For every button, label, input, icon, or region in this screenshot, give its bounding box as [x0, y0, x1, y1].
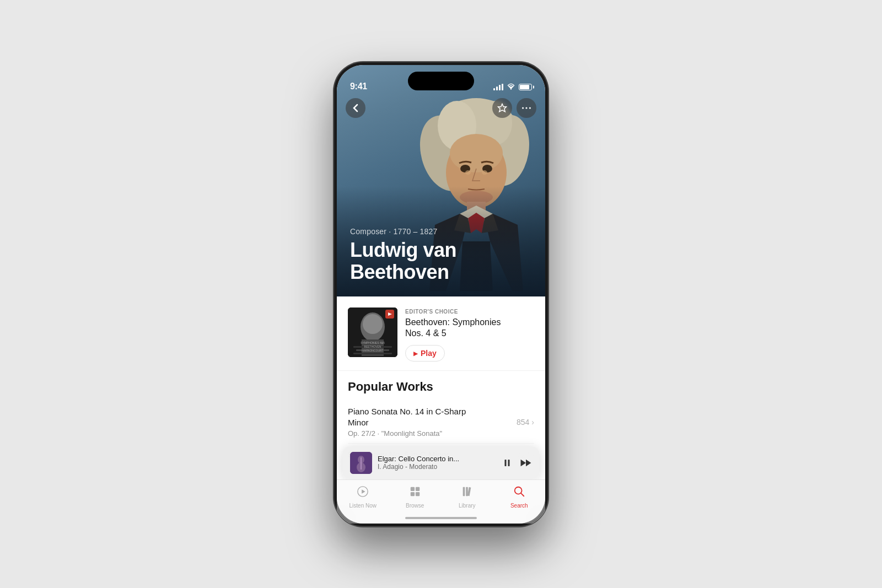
mini-player-title: Elgar: Cello Concerto in...: [378, 455, 497, 463]
mini-player-info: Elgar: Cello Concerto in... I. Adagio - …: [378, 455, 497, 471]
svg-rect-42: [463, 487, 465, 496]
battery-icon: [519, 84, 532, 90]
svg-rect-40: [411, 492, 415, 495]
more-button[interactable]: [517, 98, 536, 118]
signal-icon: [493, 84, 503, 90]
listen-now-label: Listen Now: [349, 503, 377, 509]
search-icon: [513, 485, 525, 501]
editors-choice-label: EDITOR'S CHOICE: [405, 309, 534, 315]
svg-point-0: [510, 88, 512, 89]
chevron-icon-1: ›: [531, 418, 534, 427]
composer-subtitle: Composer · 1770 – 1827: [350, 227, 532, 236]
pause-button[interactable]: [502, 458, 512, 468]
svg-rect-33: [508, 460, 510, 466]
svg-rect-38: [411, 487, 415, 490]
favorite-button[interactable]: [492, 98, 512, 118]
back-button[interactable]: [346, 98, 365, 118]
library-icon: [461, 485, 473, 501]
library-label: Library: [459, 503, 476, 509]
editors-choice-section: SYMPHONIES 4&5BEETHOVENHARNONCOURT EDITO…: [337, 296, 545, 371]
work-count-1: 854 ›: [517, 418, 534, 427]
svg-marker-35: [526, 459, 531, 466]
svg-rect-41: [416, 492, 420, 495]
svg-marker-15: [498, 104, 507, 111]
editors-choice-title: Beethoven: SymphoniesNos. 4 & 5: [405, 317, 534, 340]
home-indicator: [405, 517, 477, 519]
svg-point-13: [465, 170, 471, 175]
work-item-1[interactable]: Piano Sonata No. 14 in C-SharpMinor Op. …: [348, 401, 534, 444]
tab-search[interactable]: Search: [493, 484, 546, 509]
svg-line-45: [521, 493, 524, 496]
work-subtitle-1: Op. 27/2 · "Moonlight Sonata": [348, 429, 517, 438]
hero-text: Composer · 1770 – 1827 Ludwig vanBeethov…: [350, 227, 532, 283]
svg-rect-25: [353, 353, 392, 354]
popular-works-title: Popular Works: [348, 380, 534, 394]
status-icons: [493, 83, 532, 91]
browse-icon: [409, 485, 421, 501]
tab-browse[interactable]: Browse: [389, 484, 442, 509]
hero-section: Composer · 1770 – 1827 Ludwig vanBeethov…: [337, 65, 545, 296]
tab-library[interactable]: Library: [441, 484, 493, 509]
dynamic-island: [408, 72, 474, 90]
svg-point-14: [482, 170, 487, 175]
mini-album-art: [350, 452, 372, 474]
search-label: Search: [510, 503, 528, 509]
svg-marker-34: [521, 459, 526, 466]
svg-rect-32: [505, 460, 507, 466]
hero-nav: [337, 98, 545, 118]
mini-player-subtitle: I. Adagio - Moderato: [378, 463, 497, 471]
play-button[interactable]: ▶ Play: [405, 345, 445, 362]
status-time: 9:41: [350, 82, 367, 91]
tab-listen-now[interactable]: Listen Now: [337, 484, 389, 509]
composer-name: Ludwig vanBeethoven: [350, 239, 532, 283]
svg-rect-31: [361, 457, 362, 470]
svg-point-21: [363, 314, 383, 334]
listen-now-icon: [357, 485, 369, 501]
work-title-1: Piano Sonata No. 14 in C-SharpMinor: [348, 406, 517, 428]
mini-player[interactable]: Elgar: Cello Concerto in... I. Adagio - …: [342, 446, 540, 479]
svg-point-17: [525, 107, 527, 109]
phone-frame: 9:41: [334, 62, 548, 527]
browse-label: Browse: [406, 503, 424, 509]
work-info-1: Piano Sonata No. 14 in C-SharpMinor Op. …: [348, 406, 517, 438]
play-label: Play: [421, 349, 437, 358]
svg-marker-37: [362, 489, 365, 493]
svg-point-8: [450, 134, 503, 172]
skip-forward-button[interactable]: [520, 458, 532, 468]
svg-point-18: [529, 107, 531, 109]
mini-player-controls: [502, 458, 532, 468]
phone-screen: 9:41: [337, 65, 545, 524]
hero-action-buttons: [492, 98, 536, 118]
content-area[interactable]: SYMPHONIES 4&5BEETHOVENHARNONCOURT EDITO…: [337, 296, 545, 472]
editors-choice-info: EDITOR'S CHOICE Beethoven: SymphoniesNos…: [405, 308, 534, 362]
wifi-icon: [507, 83, 515, 91]
album-art[interactable]: SYMPHONIES 4&5BEETHOVENHARNONCOURT: [348, 308, 397, 357]
svg-point-16: [522, 107, 524, 109]
svg-rect-39: [416, 487, 420, 490]
play-icon: ▶: [413, 350, 418, 357]
